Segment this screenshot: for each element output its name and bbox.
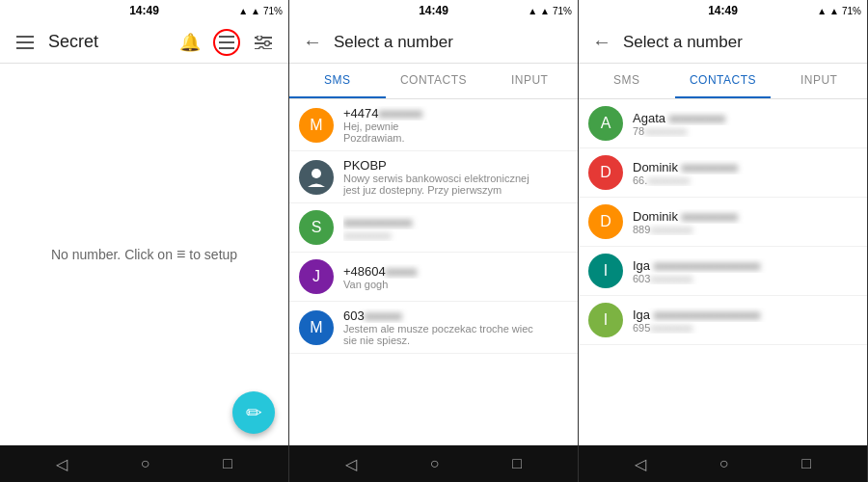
- sms-item-1[interactable]: M +4474xxxxxxx Hej, pewnie Pozdrawiam.: [289, 99, 578, 151]
- time-3: 14:49: [708, 4, 738, 17]
- contact-name-5: 603xxxxxx: [343, 308, 568, 323]
- no-number-text-suffix: to setup: [189, 247, 237, 262]
- back-button-2[interactable]: ←: [299, 27, 326, 57]
- select-title-3: Select a number: [623, 33, 743, 52]
- screen-select-sms: 14:49 ▲ ▲ 71% ← Select a number SMS CONT…: [289, 0, 579, 482]
- back-nav-1[interactable]: ◁: [56, 455, 68, 473]
- sms-list: M +4474xxxxxxx Hej, pewnie Pozdrawiam. P…: [289, 99, 578, 445]
- avatar-3: S: [299, 210, 334, 245]
- contact-sub-5b: sie nie spiesz.: [343, 335, 568, 346]
- svg-rect-2: [16, 47, 34, 49]
- contact-sub-iga2: 695xxxxxxxx: [633, 322, 857, 334]
- contacts-list: A Agata xxxxxxxxx 78xxxxxxxx D Dominik x…: [579, 99, 867, 445]
- svg-point-12: [259, 46, 264, 49]
- contact-info-3: xxxxxxxxxxx xxxxxxxxx: [343, 215, 568, 241]
- contact-sub-2a: Nowy serwis bankowosci elektronicznej: [343, 173, 568, 184]
- tab-sms-2[interactable]: SMS: [289, 64, 386, 98]
- contact-name-iga1: Iga xxxxxxxxxxxxxxxxx: [633, 258, 857, 273]
- avatar-4: J: [299, 259, 334, 294]
- tab-contacts-2[interactable]: CONTACTS: [386, 64, 482, 98]
- back-button-3[interactable]: ←: [588, 27, 615, 57]
- screen-secret: 14:49 ▲ ▲ 71% Secret 🔔: [0, 0, 289, 482]
- contact-sub-1b: Pozdrawiam.: [343, 132, 568, 144]
- select-bar-2: ← Select a number: [289, 21, 578, 64]
- contact-name-agata: Agata xxxxxxxxx: [633, 111, 857, 125]
- contact-name-iga2: Iga xxxxxxxxxxxxxxxxx: [633, 308, 857, 322]
- svg-rect-6: [219, 36, 221, 38]
- hamburger-icon[interactable]: [12, 29, 39, 56]
- wifi-icon-2: ▲: [528, 6, 537, 16]
- contact-item-iga1[interactable]: I Iga xxxxxxxxxxxxxxxxx 603xxxxxxxx: [579, 247, 867, 296]
- recent-nav-2[interactable]: □: [512, 455, 522, 472]
- nav-bar-1: ◁ ○ □: [0, 445, 288, 482]
- contact-name-3: xxxxxxxxxxx: [343, 215, 568, 229]
- battery-text-3: 71%: [842, 6, 861, 16]
- sms-item-5[interactable]: M 603xxxxxx Jestem ale musze poczekac tr…: [289, 302, 578, 354]
- contact-sub-dominik2: 889xxxxxxxx: [633, 224, 857, 235]
- fab-edit[interactable]: ✏: [232, 391, 275, 434]
- back-nav-2[interactable]: ◁: [345, 455, 357, 473]
- signal-icon-3: ▲: [829, 6, 839, 16]
- back-nav-3[interactable]: ◁: [635, 455, 646, 473]
- status-icons-3: ▲ ▲ 71%: [817, 6, 861, 16]
- app-bar-secret: Secret 🔔: [0, 21, 288, 64]
- wifi-icon-3: ▲: [817, 6, 827, 16]
- svg-rect-4: [219, 41, 234, 43]
- contact-info-iga2: Iga xxxxxxxxxxxxxxxxx 695xxxxxxxx: [633, 308, 857, 334]
- time-1: 14:49: [129, 4, 159, 17]
- contact-sub-4: Van gogh: [343, 279, 568, 290]
- svg-rect-5: [219, 47, 234, 49]
- battery-text-2: 71%: [553, 6, 572, 16]
- contact-sub-agata: 78xxxxxxxx: [633, 125, 857, 137]
- contact-sub-2b: jest juz dostepny. Przy pierwszym: [343, 184, 568, 196]
- signal-icon: ▲: [251, 6, 260, 16]
- contact-info-2: PKOBP Nowy serwis bankowosci elektronicz…: [343, 158, 568, 196]
- contact-item-iga2[interactable]: I Iga xxxxxxxxxxxxxxxxx 695xxxxxxxx: [579, 296, 867, 345]
- home-nav-1[interactable]: ○: [141, 455, 150, 472]
- tabs-3: SMS CONTACTS INPUT: [579, 64, 867, 99]
- tune-icon[interactable]: [250, 29, 277, 56]
- avatar-dominik2: D: [588, 204, 623, 239]
- list-icon-inline: ≡: [176, 246, 185, 263]
- list-icon-circled[interactable]: [213, 29, 240, 56]
- tab-contacts-3[interactable]: CONTACTS: [675, 64, 772, 98]
- contact-info-dominik2: Dominik xxxxxxxxx 889xxxxxxxx: [633, 209, 857, 235]
- contact-info-agata: Agata xxxxxxxxx 78xxxxxxxx: [633, 111, 857, 137]
- tab-sms-3[interactable]: SMS: [579, 64, 675, 98]
- recent-nav-3[interactable]: □: [801, 455, 811, 472]
- svg-rect-3: [219, 36, 234, 38]
- home-nav-2[interactable]: ○: [430, 455, 440, 472]
- contact-sub-dominik1: 66.xxxxxxxx: [633, 174, 857, 186]
- status-icons-1: ▲ ▲ 71%: [238, 6, 283, 16]
- recent-nav-1[interactable]: □: [223, 455, 232, 472]
- tab-input-2[interactable]: INPUT: [481, 64, 578, 98]
- home-nav-3[interactable]: ○: [719, 455, 729, 472]
- contact-name-2: PKOBP: [343, 158, 568, 173]
- contact-info-5: 603xxxxxx Jestem ale musze poczekac troc…: [343, 308, 568, 346]
- contact-name-4: +48604xxxxx: [343, 264, 568, 279]
- select-bar-3: ← Select a number: [579, 21, 867, 64]
- contact-item-agata[interactable]: A Agata xxxxxxxxx 78xxxxxxxx: [579, 99, 867, 148]
- sms-item-4[interactable]: J +48604xxxxx Van gogh: [289, 253, 578, 302]
- avatar-1: M: [299, 108, 334, 143]
- no-number-text-prefix: No number. Click on: [51, 247, 173, 262]
- svg-rect-0: [16, 36, 34, 38]
- no-number-message: No number. Click on ≡ to setup: [51, 246, 237, 263]
- screen-select-contacts: 14:49 ▲ ▲ 71% ← Select a number SMS CONT…: [579, 0, 868, 482]
- contact-sub-1a: Hej, pewnie: [343, 120, 568, 132]
- contact-item-dominik1[interactable]: D Dominik xxxxxxxxx 66.xxxxxxxx: [579, 148, 867, 198]
- contact-item-dominik2[interactable]: D Dominik xxxxxxxxx 889xxxxxxxx: [579, 198, 867, 247]
- status-bar-1: 14:49 ▲ ▲ 71%: [0, 0, 288, 21]
- contact-name-1: +4474xxxxxxx: [343, 106, 568, 120]
- sms-item-3[interactable]: S xxxxxxxxxxx xxxxxxxxx: [289, 203, 578, 253]
- sms-item-2[interactable]: PKOBP Nowy serwis bankowosci elektronicz…: [289, 151, 578, 203]
- battery-text-1: 71%: [263, 6, 283, 16]
- bell-icon[interactable]: 🔔: [176, 29, 203, 56]
- nav-bar-2: ◁ ○ □: [289, 445, 578, 482]
- tab-input-3[interactable]: INPUT: [771, 64, 867, 98]
- wifi-icon: ▲: [238, 6, 248, 16]
- select-title-2: Select a number: [334, 33, 453, 52]
- status-icons-2: ▲ ▲ 71%: [528, 6, 572, 16]
- contact-name-dominik2: Dominik xxxxxxxxx: [633, 209, 857, 224]
- contact-sub-iga1: 603xxxxxxxx: [633, 273, 857, 284]
